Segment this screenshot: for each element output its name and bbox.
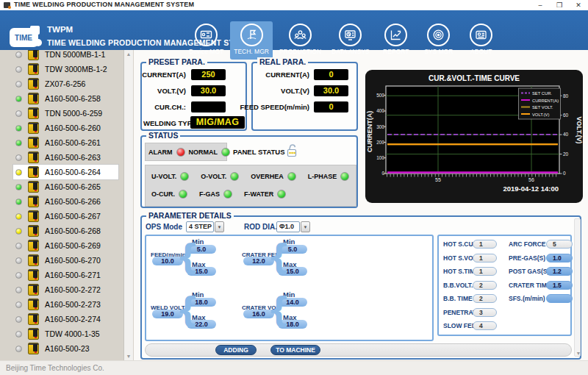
sidebar-device-item[interactable]: A160-500-2-273 bbox=[13, 297, 118, 312]
sidebar-scrollbar[interactable]: ▲ ▼ bbox=[123, 50, 133, 360]
sidebar-device-item[interactable]: A160-500-2-274 bbox=[13, 312, 118, 326]
svg-text:100: 100 bbox=[376, 155, 384, 160]
chart-ylabel-right: VOLT.(V) bbox=[576, 117, 583, 144]
param-value-pill[interactable]: 5 bbox=[546, 240, 573, 249]
nav-label: SYS MGR bbox=[424, 48, 453, 55]
param-value-pill[interactable]: 1.2 bbox=[546, 267, 573, 276]
sidebar-device-item[interactable]: TDW 3000MB-1-2 bbox=[13, 62, 118, 76]
panel-status-label: PANEL STATUS bbox=[233, 148, 285, 156]
sidebar-device-item[interactable]: A160-500-6-266 bbox=[13, 194, 118, 209]
parameter-scrollbar[interactable]: ▼ bbox=[574, 218, 581, 357]
device-list: TDN 5000MB-1-1TDW 3000MB-1-2ZX07-6-256A1… bbox=[0, 50, 134, 356]
param-value-pill[interactable]: 1 bbox=[473, 240, 497, 249]
device-name: A160-500-2-272 bbox=[45, 285, 101, 294]
device-status-led bbox=[15, 228, 22, 235]
param-value-pill[interactable]: 1 bbox=[473, 254, 497, 262]
preset-current-value: 250 bbox=[191, 69, 226, 80]
indicator-box: U-VOLT.O-VOLT.OVERHEAL-PHASE O-CUR.F-GAS… bbox=[145, 165, 356, 207]
param-value-pill[interactable]: 4 bbox=[473, 321, 497, 330]
real-para-title: REAL PARA. bbox=[257, 57, 308, 66]
adding-button[interactable]: ADDING bbox=[215, 345, 257, 355]
sidebar-device-item[interactable]: A160-500-23 bbox=[13, 341, 118, 356]
machine-parameters-box: HOT S.CUR1HOT S.VOLT.1HOT S.TIME1B.B.VOL… bbox=[437, 235, 572, 336]
ops-mode-dropdown[interactable]: 4 STEP ▼ bbox=[186, 221, 224, 232]
nav-production[interactable]: PRODUCTION bbox=[276, 21, 325, 60]
normal-label: NORMAL bbox=[189, 149, 218, 156]
device-list-sidebar: TDN 5000MB-1-1TDW 3000MB-1-2ZX07-6-256A1… bbox=[0, 50, 134, 360]
welding-type-value: MIG/MAG bbox=[190, 116, 245, 129]
sidebar-device-item[interactable]: TDN 5000-6-259 bbox=[13, 106, 118, 121]
welding-machine-icon bbox=[28, 151, 39, 163]
param-label: PRE-GAS(S) bbox=[509, 254, 545, 262]
welding-machine-icon bbox=[28, 284, 39, 296]
sidebar-device-item[interactable]: A160-500-6-265 bbox=[13, 179, 118, 194]
sidebar-device-item[interactable]: TDN 5000MB-1-1 bbox=[13, 50, 118, 62]
scroll-up-icon[interactable]: ▲ bbox=[124, 51, 133, 57]
maximize-button[interactable]: ❒ bbox=[550, 0, 569, 10]
svg-text:40: 40 bbox=[563, 132, 569, 137]
status-indicator: U-VOLT. bbox=[151, 172, 189, 181]
param-value-pill[interactable]: 1.0 bbox=[546, 254, 573, 262]
chevron-down-icon[interactable]: ▼ bbox=[215, 221, 224, 232]
minimize-button[interactable]: – bbox=[531, 0, 550, 10]
chart-title: CUR.&VOLT.-TIME CURVE bbox=[429, 74, 520, 82]
indicator-led bbox=[223, 190, 232, 199]
sidebar-device-item[interactable]: A160-500-6-260 bbox=[13, 121, 118, 135]
status-indicator: L-PHASE bbox=[308, 172, 350, 181]
preset-para-panel: PRESET PARA. CURRENT(A) 250 VOLT.(V) 30.… bbox=[140, 62, 247, 131]
sidebar-device-item[interactable]: A160-500-6-264 bbox=[13, 165, 118, 179]
param-value-pill[interactable]: 2 bbox=[473, 281, 497, 290]
scroll-down-icon[interactable]: ▼ bbox=[574, 351, 583, 356]
window-title-bar: TIME WELDING PRODUCTION MANAGEMENT SYSTE… bbox=[0, 0, 588, 10]
device-name: A160-500-6-271 bbox=[45, 271, 101, 279]
brace-glyph: { bbox=[267, 235, 291, 278]
param-value-pill[interactable]: 1 bbox=[473, 267, 497, 276]
svg-text:60: 60 bbox=[563, 113, 569, 118]
welding-type-label: WELDING TYPE bbox=[143, 119, 196, 127]
sidebar-device-item[interactable]: TDW 4000-1-35 bbox=[13, 326, 118, 341]
sidebar-device-item[interactable]: A160-500-6-269 bbox=[13, 238, 118, 253]
param-value-pill[interactable]: 3 bbox=[473, 308, 497, 317]
app-abbr: TWPM bbox=[47, 25, 73, 34]
sidebar-device-item[interactable]: ZX07-6-256 bbox=[13, 76, 118, 91]
sidebar-device-item[interactable]: A160-500-6-261 bbox=[13, 135, 118, 150]
nav-sys-mgr[interactable]: SYS MGR bbox=[419, 21, 459, 60]
sidebar-device-item[interactable]: A160-500-6-263 bbox=[13, 150, 118, 165]
indicator-led bbox=[277, 190, 286, 199]
param-value-pill[interactable]: 2 bbox=[473, 294, 497, 303]
brace-glyph: { bbox=[176, 288, 200, 331]
nav-about[interactable]: ABOUT bbox=[462, 21, 501, 60]
close-button[interactable]: ✕ bbox=[569, 0, 588, 10]
status-indicator: OVERHEA bbox=[251, 172, 296, 181]
sidebar-device-item[interactable]: A160-500-6-270 bbox=[13, 253, 118, 268]
to-machine-button[interactable]: TO MACHINE bbox=[270, 345, 320, 355]
sidebar-device-item[interactable]: A160-500-6-268 bbox=[13, 224, 118, 238]
real-volt-label: VOLT.(V) bbox=[281, 87, 309, 95]
sidebar-device-item[interactable]: A160-500-6-258 bbox=[13, 91, 118, 106]
sidebar-device-item[interactable]: A160-500-2-272 bbox=[13, 282, 118, 297]
device-status-led bbox=[15, 169, 22, 176]
sidebar-device-item[interactable]: A160-500-6-271 bbox=[13, 268, 118, 282]
device-name: TDW 4000-1-35 bbox=[45, 329, 100, 338]
time-logo: TIME bbox=[9, 25, 43, 51]
device-name: A160-500-6-268 bbox=[45, 226, 101, 235]
button-bar bbox=[145, 343, 572, 357]
param-value-pill[interactable]: 1.5 bbox=[546, 281, 573, 290]
param-value-pill[interactable] bbox=[546, 294, 573, 303]
sidebar-device-item[interactable]: A160-500-6-267 bbox=[13, 209, 118, 224]
device-status-led bbox=[15, 272, 22, 279]
nav-report[interactable]: REPORT bbox=[376, 21, 416, 60]
alarm-status-box: ALARM NORMAL bbox=[145, 143, 227, 161]
nav-device-mgt[interactable]: Device MGT bbox=[185, 21, 227, 60]
scroll-down-icon[interactable]: ▼ bbox=[124, 354, 133, 359]
nav-tech-mgr[interactable]: TECH. MGR bbox=[230, 21, 273, 60]
device-name: A160-500-6-267 bbox=[45, 212, 101, 221]
chevron-down-icon[interactable]: ▼ bbox=[301, 221, 310, 232]
nav-data-ansys[interactable]: DATA ANSYS bbox=[328, 21, 373, 60]
alarm-led bbox=[176, 148, 185, 157]
rod-dia-dropdown[interactable]: Φ1.0 ▼ bbox=[276, 221, 310, 232]
status-title: STATUS bbox=[146, 131, 180, 140]
welding-machine-icon bbox=[28, 196, 39, 207]
brace-glyph: { bbox=[176, 235, 200, 278]
welding-machine-icon bbox=[28, 210, 39, 222]
